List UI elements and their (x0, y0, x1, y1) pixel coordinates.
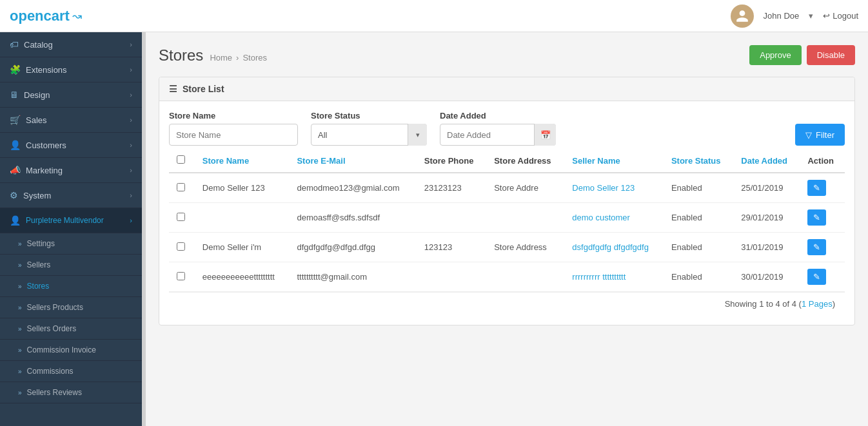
top-header: opencart ↝ John Doe ▾ ↩ Logout (0, 0, 868, 32)
row-store-name: Demo Seller i'm (195, 233, 290, 262)
col-date-added[interactable]: Date Added (733, 149, 800, 173)
col-store-status[interactable]: Store Status (664, 149, 733, 173)
col-checkbox (169, 149, 195, 173)
breadcrumb-home[interactable]: Home (210, 53, 232, 63)
sidebar-subitem-settings[interactable]: » Settings (0, 233, 142, 255)
row-store-email: demodmeo123@gmial.com (289, 173, 416, 203)
row-date-added: 29/01/2019 (733, 203, 800, 233)
select-all-checkbox[interactable] (177, 155, 185, 164)
header-right: John Doe ▾ ↩ Logout (731, 5, 858, 28)
row-checkbox[interactable] (177, 272, 185, 280)
puzzle-icon: 🧩 (10, 64, 21, 75)
sidebar: 🏷 Catalog › 🧩 Extensions › 🖥 Design › 🛒 … (0, 32, 142, 426)
date-added-wrapper: 📅 (440, 124, 556, 146)
user-dropdown-icon[interactable]: ▾ (809, 11, 813, 21)
row-store-email: tttttttttt@gmail.com (289, 262, 416, 292)
main-layout: 🏷 Catalog › 🧩 Extensions › 🖥 Design › 🛒 … (0, 32, 868, 426)
filter-row: Store Name Store Status All Enabled Disa… (169, 111, 845, 146)
logout-button[interactable]: ↩ Logout (823, 11, 858, 21)
table-row: eeeeeeeeeeettttttttt tttttttttt@gmail.co… (169, 262, 845, 292)
sidebar-subitem-commissions[interactable]: » Commissions (0, 361, 142, 382)
row-store-name (195, 203, 290, 233)
logo-area: opencart ↝ (10, 8, 82, 24)
chevron-right-icon: › (130, 191, 132, 199)
row-store-name: Demo Seller 123 (195, 173, 290, 203)
panel-heading: ☰ Store List (159, 77, 854, 101)
store-name-form-group: Store Name (169, 111, 298, 146)
user-name-label: John Doe (764, 11, 800, 21)
bullet-icon: » (18, 368, 22, 375)
row-action: ✎ (800, 173, 845, 203)
sidebar-item-design[interactable]: 🖥 Design › (0, 82, 142, 108)
breadcrumb-current: Stores (242, 53, 267, 63)
row-checkbox[interactable] (177, 213, 185, 221)
seller-name-link[interactable]: Demo Seller 123 (572, 183, 635, 193)
seller-name-link[interactable]: dsfgdfgdfg dfgdfgdfg (572, 242, 649, 252)
sidebar-subitem-sellers-reviews[interactable]: » Sellers Reviews (0, 382, 142, 403)
row-store-address: Store Address (486, 233, 564, 262)
row-seller-name: Demo Seller 123 (564, 173, 664, 203)
pagination-pages-link[interactable]: 1 Pages (802, 299, 833, 309)
sidebar-subitem-sellers-orders[interactable]: » Sellers Orders (0, 318, 142, 340)
pagination-info: Showing 1 to 4 of 4 (1 Pages) (169, 292, 845, 315)
seller-name-link[interactable]: rrrrrrrrrr tttttttttt (572, 272, 626, 282)
table-row: Demo Seller 123 demodmeo123@gmial.com 23… (169, 173, 845, 203)
table-header-row: Store Name Store E-Mail Store Phone Stor… (169, 149, 845, 173)
col-store-name[interactable]: Store Name (195, 149, 290, 173)
sidebar-subitem-sellers-products[interactable]: » Sellers Products (0, 297, 142, 318)
chevron-right-icon: › (130, 141, 132, 149)
sidebar-item-catalog[interactable]: 🏷 Catalog › (0, 32, 142, 57)
edit-button[interactable]: ✎ (807, 209, 826, 226)
row-store-email: dfgdfgdfg@dfgd.dfgg (289, 233, 416, 262)
chevron-right-icon: › (130, 166, 132, 174)
settings-icon: ⚙ (10, 190, 18, 200)
edit-button[interactable]: ✎ (807, 269, 826, 285)
date-added-form-group: Date Added 📅 (440, 111, 556, 146)
approve-button[interactable]: Approve (749, 45, 801, 65)
breadcrumb-separator: › (236, 53, 239, 63)
row-store-status: Enabled (664, 173, 733, 203)
col-action: Action (800, 149, 845, 173)
table-row: Demo Seller i'm dfgdfgdfg@dfgd.dfgg 1231… (169, 233, 845, 262)
store-status-select-wrapper: All Enabled Disabled ▾ (311, 124, 427, 146)
sidebar-subitem-stores[interactable]: » Stores (0, 276, 142, 297)
row-seller-name: demo customer (564, 203, 664, 233)
disable-button[interactable]: Disable (807, 45, 855, 65)
page-title: Stores (159, 46, 203, 64)
bullet-icon: » (18, 262, 22, 269)
row-checkbox[interactable] (177, 242, 185, 251)
sidebar-item-marketing[interactable]: 📣 Marketing › (0, 158, 142, 183)
sidebar-item-system[interactable]: ⚙ System › (0, 183, 142, 208)
user-icon: 👤 (10, 140, 21, 150)
sidebar-subitem-commission-invoice[interactable]: » Commission Invoice (0, 340, 142, 361)
logo-cart-icon: ↝ (72, 9, 82, 23)
row-seller-name: dsfgdfgdfg dfgdfgdfg (564, 233, 664, 262)
edit-button[interactable]: ✎ (807, 239, 826, 255)
list-icon: ☰ (169, 84, 177, 94)
store-status-form-group: Store Status All Enabled Disabled ▾ (311, 111, 427, 146)
seller-name-link[interactable]: demo customer (572, 213, 630, 222)
sidebar-item-extensions[interactable]: 🧩 Extensions › (0, 57, 142, 82)
sidebar-item-sales[interactable]: 🛒 Sales › (0, 108, 142, 133)
sidebar-item-customers[interactable]: 👤 Customers › (0, 133, 142, 158)
sidebar-subitem-sellers[interactable]: » Sellers (0, 255, 142, 276)
edit-button[interactable]: ✎ (807, 180, 826, 196)
bullet-icon: » (18, 325, 22, 333)
row-checkbox[interactable] (177, 183, 185, 191)
col-store-email[interactable]: Store E-Mail (289, 149, 416, 173)
store-name-input[interactable] (169, 124, 298, 146)
calendar-icon[interactable]: 📅 (534, 124, 556, 146)
tag-icon: 🏷 (10, 39, 19, 50)
megaphone-icon: 📣 (10, 165, 21, 175)
store-status-select[interactable]: All Enabled Disabled (311, 124, 427, 146)
store-list-panel: ☰ Store List Store Name Store Status All (159, 77, 855, 325)
row-store-email: demoasff@sdfs.sdfsdf (289, 203, 416, 233)
page-header: Stores Home › Stores Approve Disable (159, 45, 855, 65)
col-seller-name[interactable]: Seller Name (564, 149, 664, 173)
col-store-phone: Store Phone (417, 149, 486, 173)
bullet-icon: » (18, 240, 22, 247)
filter-button[interactable]: ▽ Filter (795, 124, 845, 146)
page-title-area: Stores Home › Stores (159, 46, 267, 64)
sidebar-item-purpletree[interactable]: 👤 Purpletree Multivendor › (0, 208, 142, 233)
row-date-added: 30/01/2019 (733, 262, 800, 292)
